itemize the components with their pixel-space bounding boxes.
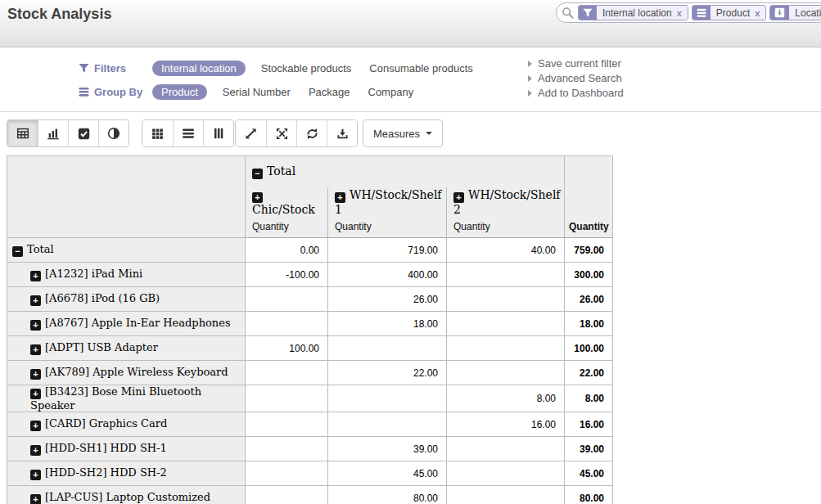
facet-label-text: Location <box>795 7 821 19</box>
search-bar[interactable]: Internal location x Product x Location x <box>556 2 821 23</box>
columns-button[interactable] <box>203 120 233 146</box>
expand-icon[interactable]: + <box>335 192 345 203</box>
actions-group <box>235 119 358 147</box>
refresh-button[interactable] <box>296 120 327 146</box>
col-header-wh-stock-shelf-1[interactable]: +WH/Stock/Shelf 1 <box>328 187 447 217</box>
row-label-cell[interactable]: +[A1232] iPad Mini <box>7 263 246 287</box>
search-facet-measure[interactable]: Location x <box>769 5 821 20</box>
value-cell <box>447 336 565 361</box>
filter-option-consumable-products[interactable]: Consumable products <box>362 61 480 76</box>
filter-funnel-icon <box>79 63 89 74</box>
expand-icon[interactable]: + <box>453 192 464 203</box>
download-button[interactable] <box>327 120 357 146</box>
facet-remove-button[interactable]: x <box>755 8 760 18</box>
row-total-cell: 18.00 <box>565 312 613 336</box>
check-square-view-button[interactable] <box>68 120 98 146</box>
row-label-cell[interactable]: +[AK789] Apple Wireless Keyboard <box>7 361 246 385</box>
col-group-total[interactable]: −Total <box>246 156 565 187</box>
group-by-heading[interactable]: Group By <box>79 86 152 98</box>
value-cell: 40.00 <box>447 238 565 263</box>
row-label-cell[interactable]: +[A8767] Apple In-Ear Headphones <box>7 312 246 336</box>
value-cell: 400.00 <box>328 263 447 287</box>
row-label-cell[interactable]: +[A6678] iPod (16 GB) <box>7 287 246 312</box>
row-total-cell: 80.00 <box>565 486 613 504</box>
filter-option-stockable-products[interactable]: Stockable products <box>254 61 359 76</box>
measure-header-total[interactable]: Quantity <box>565 217 613 238</box>
total-column-spacer <box>565 156 613 217</box>
row-label-cell[interactable]: +[ADPT] USB Adapter <box>7 336 246 361</box>
row-label-cell[interactable]: +[LAP-CUS] Laptop Customized <box>7 486 246 504</box>
measures-button[interactable]: Measures <box>363 119 443 147</box>
row-total-cell: 16.00 <box>565 412 613 437</box>
table-row: −Total 0.00 719.00 40.00 759.00 <box>7 238 613 263</box>
row-expand-icon[interactable]: + <box>30 494 41 504</box>
group-by-option-product[interactable]: Product <box>152 84 207 100</box>
row-collapse-icon[interactable]: − <box>12 246 23 257</box>
expand-icon[interactable]: + <box>252 192 263 203</box>
row-total-cell: 26.00 <box>565 287 613 312</box>
collapse-icon[interactable]: − <box>252 169 263 179</box>
save-current-filter-item[interactable]: Save current filter <box>528 58 624 69</box>
row-label-cell[interactable]: +[CARD] Graphics Card <box>7 412 246 437</box>
col-header-wh-stock-shelf-2[interactable]: +WH/Stock/Shelf 2 <box>447 187 565 217</box>
filter-option-internal-location[interactable]: Internal location <box>152 61 246 76</box>
adjust-contrast-view-button[interactable] <box>98 120 129 146</box>
row-label-cell[interactable]: +[HDD-SH2] HDD SH-2 <box>7 461 246 486</box>
table-row: +[A1232] iPad Mini -100.00 400.00 300.00 <box>7 263 613 287</box>
table-view-button[interactable] <box>7 120 38 146</box>
measure-header[interactable]: Quantity <box>447 217 565 238</box>
search-facet-groupby[interactable]: Product x <box>692 5 766 20</box>
arrows-alt-button[interactable] <box>266 120 296 146</box>
facet-label-text: Product <box>716 7 750 19</box>
value-cell <box>246 361 328 385</box>
filters-heading[interactable]: Filters <box>79 62 152 74</box>
row-expand-icon[interactable]: + <box>30 389 41 399</box>
row-expand-icon[interactable]: + <box>30 445 41 456</box>
table-row: +[HDD-SH2] HDD SH-2 45.00 45.00 <box>7 461 613 486</box>
row-expand-icon[interactable]: + <box>30 421 41 431</box>
group-by-option-company[interactable]: Company <box>361 84 422 100</box>
row-total-cell: 300.00 <box>565 263 613 287</box>
row-expand-icon[interactable]: + <box>30 344 41 355</box>
row-label-cell[interactable]: +[HDD-SH1] HDD SH-1 <box>7 437 246 461</box>
group-by-option-serial-number[interactable]: Serial Number <box>215 84 298 100</box>
table-row: +[ADPT] USB Adapter 100.00 100.00 <box>7 336 613 361</box>
value-cell <box>447 437 565 461</box>
row-expand-icon[interactable]: + <box>30 295 41 306</box>
bar-chart-view-button[interactable] <box>38 120 68 146</box>
pivot-body: −Total 0.00 719.00 40.00 759.00 +[A1232]… <box>7 238 613 504</box>
value-cell: 45.00 <box>328 461 447 486</box>
row-label-text: [A6678] iPod (16 GB) <box>45 292 160 304</box>
table-row: +[A6678] iPod (16 GB) 26.00 26.00 <box>7 287 613 312</box>
row-label-text: [LAP-CUS] Laptop Customized <box>45 491 210 503</box>
row-label-text: [CARD] Graphics Card <box>45 417 167 430</box>
row-expand-icon[interactable]: + <box>30 470 41 480</box>
row-expand-icon[interactable]: + <box>30 271 41 281</box>
view-switcher-group <box>7 119 129 147</box>
advanced-search-item[interactable]: Advanced Search <box>528 73 624 83</box>
filter-icon <box>579 6 597 20</box>
rows-button[interactable] <box>173 120 203 146</box>
measure-header[interactable]: Quantity <box>246 217 328 238</box>
group-by-option-package[interactable]: Package <box>301 84 358 100</box>
row-label-cell[interactable]: −Total <box>7 238 246 263</box>
table-row: +[HDD-SH1] HDD SH-1 39.00 39.00 <box>7 437 613 461</box>
value-cell <box>447 361 565 385</box>
expand-button[interactable] <box>236 120 266 146</box>
row-label-text: Total <box>27 243 54 255</box>
measure-header[interactable]: Quantity <box>328 217 447 238</box>
value-cell <box>328 412 447 437</box>
col-header-chic-stock[interactable]: +Chic/Stock <box>246 187 328 217</box>
value-cell: -100.00 <box>246 263 328 287</box>
value-cell <box>246 486 328 504</box>
add-to-dashboard-item[interactable]: Add to Dashboard <box>528 88 624 98</box>
search-facet-filter[interactable]: Internal location x <box>578 5 688 20</box>
row-expand-icon[interactable]: + <box>30 320 41 331</box>
row-expand-icon[interactable]: + <box>30 369 41 380</box>
facet-remove-button[interactable]: x <box>677 8 682 18</box>
grid-cells-button[interactable] <box>142 120 173 146</box>
value-cell: 0.00 <box>246 238 328 263</box>
row-label-text: [HDD-SH2] HDD SH-2 <box>45 466 167 479</box>
row-total-cell: 22.00 <box>565 361 613 385</box>
row-label-cell[interactable]: +[B3423] Bose Mini Bluetooth Speaker <box>7 385 246 412</box>
